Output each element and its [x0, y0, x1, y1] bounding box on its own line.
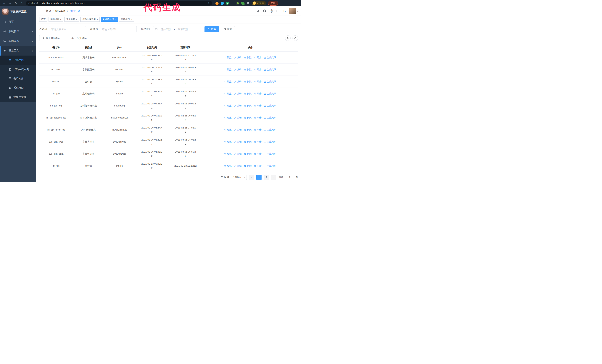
generate-code-link[interactable]: 生成代码	[264, 56, 276, 59]
tab-form-builder[interactable]: 表单构建×	[64, 17, 79, 22]
generate-code-link[interactable]: 生成代码	[264, 128, 276, 132]
generate-code-link[interactable]: 生成代码	[264, 164, 276, 168]
table-desc-input[interactable]	[100, 26, 137, 32]
edit-link[interactable]: 编辑	[234, 152, 242, 156]
browser-reload-button[interactable]: ↻	[13, 1, 18, 6]
close-icon[interactable]: ×	[115, 18, 116, 20]
extension-icon-orange[interactable]	[215, 2, 219, 5]
date-range-picker[interactable]: -	[153, 26, 200, 32]
sidebar-item-infra[interactable]: 基础设施 ▾	[0, 36, 36, 46]
import-sql-button[interactable]: 基于 SQL 导入	[65, 35, 90, 41]
edit-link[interactable]: 编辑	[234, 116, 242, 120]
sidebar-item-codegen[interactable]: 代码生成	[0, 56, 36, 65]
extension-icon-green[interactable]: V	[226, 2, 229, 5]
sidebar-item-system[interactable]: 系统管理 ▾	[0, 27, 36, 36]
goto-page-input[interactable]	[286, 175, 293, 180]
close-icon[interactable]: ×	[131, 18, 132, 20]
breadcrumb-item[interactable]: 研发工具	[55, 9, 65, 13]
delete-link[interactable]: 删除	[244, 116, 252, 120]
toggle-search-button[interactable]	[285, 35, 291, 41]
extension-icon-blue[interactable]	[221, 2, 224, 5]
sidebar-item-home[interactable]: 首页	[0, 17, 36, 27]
generate-code-link[interactable]: 生成代码	[264, 140, 276, 144]
edit-link[interactable]: 编辑	[234, 164, 242, 168]
fullscreen-icon[interactable]	[276, 9, 280, 13]
refresh-table-button[interactable]	[292, 35, 298, 41]
close-icon[interactable]: ×	[97, 18, 98, 20]
edit-link[interactable]: 编辑	[234, 92, 242, 95]
tab-trace[interactable]: 链路追踪×	[49, 17, 63, 22]
tab-codegen[interactable]: 代码生成×	[101, 17, 118, 22]
search-icon[interactable]	[256, 9, 260, 13]
sync-link[interactable]: 同步	[254, 56, 262, 59]
prev-page-button[interactable]: ‹	[249, 175, 254, 180]
logo-row[interactable]: 芋道管理系统	[0, 6, 36, 17]
generate-code-link[interactable]: 生成代码	[264, 68, 276, 72]
extensions-puzzle-icon[interactable]	[247, 1, 250, 5]
preview-link[interactable]: 预览	[224, 92, 232, 95]
import-db-button[interactable]: 基于 DB 导入	[39, 35, 63, 41]
user-avatar[interactable]	[289, 8, 296, 14]
sidebar-item-api[interactable]: 系统接口	[0, 83, 36, 93]
edit-link[interactable]: 编辑	[234, 140, 242, 144]
sidebar-item-devtools[interactable]: 研发工具 ▴	[0, 46, 36, 56]
delete-link[interactable]: 删除	[244, 104, 252, 108]
start-date-input[interactable]	[158, 28, 173, 31]
preview-link[interactable]: 预览	[224, 104, 232, 108]
sync-link[interactable]: 同步	[254, 68, 262, 72]
sync-link[interactable]: 同步	[254, 116, 262, 120]
tab-home[interactable]: 首页	[39, 17, 47, 22]
sidebar-item-form-builder[interactable]: 表单构建	[0, 74, 36, 83]
delete-link[interactable]: 删除	[244, 152, 252, 156]
table-name-input[interactable]	[49, 26, 86, 32]
reset-button[interactable]: 重置	[221, 26, 235, 32]
sync-link[interactable]: 同步	[254, 140, 262, 144]
preview-link[interactable]: 预览	[224, 80, 232, 83]
generate-code-link[interactable]: 生成代码	[264, 80, 276, 83]
delete-link[interactable]: 删除	[244, 92, 252, 95]
font-size-icon[interactable]: TT	[283, 9, 286, 13]
edit-link[interactable]: 编辑	[234, 128, 242, 132]
bookmark-star-icon[interactable]: ☆	[207, 1, 210, 5]
page-button-2[interactable]: 2	[264, 175, 269, 180]
breadcrumb-item[interactable]: 首页	[46, 9, 51, 13]
browser-back-button[interactable]: ←	[2, 1, 7, 6]
extension-icon-grid[interactable]	[231, 2, 234, 5]
security-warning-icon[interactable]: ⚠	[28, 2, 30, 5]
close-icon[interactable]: ×	[60, 18, 62, 20]
sync-link[interactable]: 同步	[254, 128, 262, 132]
sync-link[interactable]: 同步	[254, 164, 262, 168]
generate-code-link[interactable]: 生成代码	[264, 104, 276, 108]
edit-link[interactable]: 编辑	[234, 80, 242, 83]
delete-link[interactable]: 删除	[244, 128, 252, 132]
page-button-1[interactable]: 1	[256, 175, 262, 180]
address-bar[interactable]: ⚠ 不安全 dashboard.yudao.iocoder.cn/tool/co…	[26, 1, 212, 6]
help-icon[interactable]: ?	[270, 10, 273, 13]
end-date-input[interactable]	[175, 28, 190, 31]
profile-paused-chip[interactable]: 已暂停	[252, 1, 266, 5]
close-icon[interactable]: ×	[76, 18, 77, 20]
edit-link[interactable]: 编辑	[234, 56, 242, 59]
browser-home-button[interactable]: ⌂	[19, 1, 24, 6]
delete-link[interactable]: 删除	[244, 56, 252, 59]
preview-link[interactable]: 预览	[224, 164, 232, 168]
preview-link[interactable]: 预览	[224, 56, 232, 59]
next-page-button[interactable]: ›	[271, 175, 276, 180]
extension-icon-dark[interactable]	[236, 2, 239, 5]
sidebar-item-codegen-example[interactable]: 代码生成示例	[0, 65, 36, 74]
generate-code-link[interactable]: 生成代码	[264, 92, 276, 95]
user-menu[interactable]: ▾	[289, 8, 298, 14]
preview-link[interactable]: 预览	[224, 140, 232, 144]
search-button[interactable]: 搜索	[204, 26, 219, 32]
preview-link[interactable]: 预览	[224, 128, 232, 132]
delete-link[interactable]: 删除	[244, 68, 252, 72]
hamburger-icon[interactable]	[39, 9, 43, 13]
sidebar-item-db-doc[interactable]: 数据库文档	[0, 93, 36, 102]
security-label[interactable]: 不安全	[32, 2, 39, 5]
delete-link[interactable]: 删除	[244, 164, 252, 168]
page-size-select[interactable]: 10条/页 ▾	[232, 175, 247, 180]
browser-update-button[interactable]: 更新	[268, 1, 278, 6]
edit-link[interactable]: 编辑	[234, 104, 242, 108]
tab-api[interactable]: 系统接口×	[119, 17, 134, 22]
github-icon[interactable]	[263, 9, 266, 13]
